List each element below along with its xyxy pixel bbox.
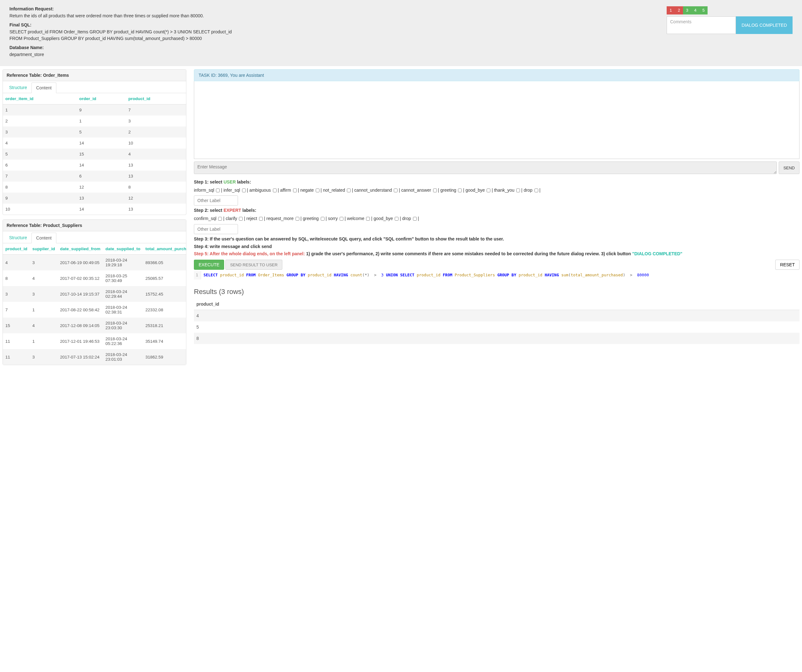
- table-cell: 8: [3, 270, 30, 286]
- user-label-cannot_understand-checkbox[interactable]: [394, 189, 398, 192]
- expert-label-greeting-checkbox[interactable]: [321, 217, 325, 221]
- expert-label-confirm_sql-checkbox[interactable]: [218, 217, 222, 221]
- other-expert-label-input[interactable]: [194, 224, 238, 234]
- expert-label-request_more: request_more: [266, 216, 299, 221]
- column-header: date_supplied_to: [103, 243, 143, 255]
- table-row: 5154: [3, 149, 186, 160]
- expert-label-reject-checkbox[interactable]: [259, 217, 263, 221]
- send-result-button[interactable]: SEND RESULT TO USER: [225, 260, 282, 270]
- table-cell: 15: [77, 149, 126, 160]
- user-label-infer_sql-checkbox[interactable]: [242, 189, 246, 192]
- results-cell: 4: [194, 310, 799, 321]
- user-label-greeting: greeting: [440, 187, 462, 193]
- grade-5-button[interactable]: 5: [699, 6, 708, 15]
- task-banner: TASK ID: 3669, You are Assistant: [194, 69, 799, 81]
- execute-button[interactable]: EXECUTE: [194, 260, 224, 270]
- table-cell: 22332.08: [143, 302, 186, 318]
- header-left: Information Request: Return the ids of a…: [10, 6, 246, 60]
- user-label-drop-checkbox[interactable]: [534, 189, 538, 192]
- user-labels-row: inform_sql | infer_sql | ambiguous | aff…: [194, 186, 799, 194]
- table-cell: 1: [77, 116, 126, 126]
- sql-editor[interactable]: 1 SELECT product_id FROM Order_Items GRO…: [194, 271, 799, 279]
- expert-label-good_bye-checkbox[interactable]: [395, 217, 398, 221]
- expert-label-request_more-checkbox[interactable]: [296, 217, 299, 221]
- expert-label-drop-checkbox[interactable]: [413, 217, 417, 221]
- user-label-good_bye-checkbox[interactable]: [487, 189, 490, 192]
- table-cell: 14: [77, 204, 126, 215]
- reset-button[interactable]: RESET: [775, 260, 799, 270]
- other-user-label-input[interactable]: [194, 195, 238, 205]
- table-cell: 11: [3, 333, 30, 349]
- grade-2-button[interactable]: 2: [675, 6, 683, 15]
- user-label-negate-checkbox[interactable]: [316, 189, 320, 192]
- table-cell: 2018-03-24 23:03:30: [103, 318, 143, 333]
- table-cell: 2018-03-24 02:29:44: [103, 286, 143, 302]
- expert-label-welcome: welcome: [347, 216, 370, 221]
- table-cell: 89366.05: [143, 255, 186, 271]
- user-label-cannot_answer-checkbox[interactable]: [433, 189, 437, 192]
- table-row: 352: [3, 126, 186, 137]
- table-row: 432017-06-19 00:49:052018-03-24 19:29:18…: [3, 255, 186, 271]
- user-label-cannot_understand: cannot_understand: [354, 187, 398, 193]
- table-cell: 2017-06-19 00:49:05: [58, 255, 103, 271]
- final-sql-label: Final SQL:: [10, 23, 246, 27]
- table-row: 332017-10-14 19:15:372018-03-24 02:29:44…: [3, 286, 186, 302]
- tab-structure[interactable]: Structure: [5, 233, 31, 243]
- table-cell: 3: [30, 349, 58, 365]
- user-label-not_related-checkbox[interactable]: [347, 189, 351, 192]
- grade-4-button[interactable]: 4: [691, 6, 699, 15]
- message-input[interactable]: [194, 162, 777, 174]
- db-name-label: Database Name:: [10, 45, 246, 50]
- user-label-affirm-checkbox[interactable]: [293, 189, 297, 192]
- user-label-cannot_answer: cannot_answer: [401, 187, 437, 193]
- table-cell: 4: [3, 137, 77, 149]
- tab-content[interactable]: Content: [31, 233, 57, 243]
- expert-label-sorry-checkbox[interactable]: [340, 217, 343, 221]
- user-label-ambiguous-checkbox[interactable]: [273, 189, 276, 192]
- table-cell: 2018-03-24 05:22:36: [103, 333, 143, 349]
- info-request-label: Information Request:: [10, 6, 246, 11]
- table-cell: 14: [77, 137, 126, 149]
- user-label-drop: drop: [524, 187, 538, 193]
- user-label-good_bye: good_bye: [466, 187, 490, 193]
- user-label-thank_you: thank_you: [494, 187, 520, 193]
- user-label-thank_you-checkbox[interactable]: [516, 189, 520, 192]
- grade-1-button[interactable]: 1: [667, 6, 675, 15]
- table-row: 91312: [3, 193, 186, 204]
- results-table: product_id 458: [194, 298, 799, 344]
- expert-labels-row: confirm_sql | clarify | reject | request…: [194, 214, 799, 223]
- expert-label-reject: reject: [246, 216, 263, 221]
- table-row: 8128: [3, 182, 186, 193]
- results-row: 8: [194, 333, 799, 344]
- table-cell: 6: [3, 160, 77, 171]
- dialog-completed-button[interactable]: DIALOG COMPLETED: [736, 16, 792, 34]
- expert-label-clarify-checkbox[interactable]: [239, 217, 243, 221]
- column-header: date_supplied_from: [58, 243, 103, 255]
- table-cell: 15: [3, 318, 30, 333]
- results-heading: Results (3 rows): [194, 288, 799, 296]
- grade-row: 1 2 3 4 5: [667, 6, 792, 15]
- table-cell: 2017-12-08 09:14:05: [58, 318, 103, 333]
- results-row: 5: [194, 321, 799, 333]
- table-cell: 11: [3, 349, 30, 365]
- tab-content[interactable]: Content: [31, 82, 57, 93]
- comment-row: DIALOG COMPLETED: [667, 16, 792, 34]
- expert-label-welcome-checkbox[interactable]: [366, 217, 370, 221]
- expert-label-confirm_sql: confirm_sql: [194, 216, 222, 221]
- grade-3-button[interactable]: 3: [683, 6, 691, 15]
- info-request-value: Return the ids of all products that were…: [10, 13, 246, 19]
- tab-structure[interactable]: Structure: [5, 82, 31, 93]
- step-1-label: Step 1: select USER labels:: [194, 178, 799, 186]
- comments-input[interactable]: [667, 16, 736, 34]
- table-cell: 5: [77, 126, 126, 137]
- user-label-inform_sql: inform_sql: [194, 187, 220, 193]
- table-cell: 13: [77, 193, 126, 204]
- table-row: 1132017-07-13 15:02:242018-03-24 23:01:0…: [3, 349, 186, 365]
- send-button[interactable]: SEND: [779, 162, 799, 174]
- expert-label-clarify: clarify: [226, 216, 243, 221]
- user-label-inform_sql-checkbox[interactable]: [216, 189, 220, 192]
- user-label-greeting-checkbox[interactable]: [458, 189, 462, 192]
- results-cell: 8: [194, 333, 799, 344]
- reference-table-header: Reference Table: Order_Items: [3, 69, 186, 81]
- header-right: 1 2 3 4 5 DIALOG COMPLETED: [667, 6, 792, 60]
